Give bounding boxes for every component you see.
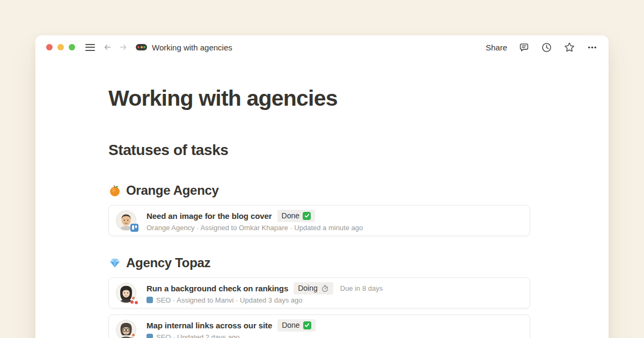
traffic-lights — [46, 44, 75, 50]
seo-tag-icon — [147, 297, 153, 303]
section-heading: Statuses of tasks — [108, 142, 540, 159]
dots-badge-icon — [130, 334, 140, 338]
status-pill[interactable]: Done — [277, 210, 315, 222]
stopwatch-icon — [321, 284, 329, 292]
task-meta: SEO · Assigned to Manvi · Updated 3 days… — [147, 296, 383, 304]
forward-arrow-icon[interactable] — [119, 42, 128, 52]
tangerine-emoji — [108, 184, 121, 197]
back-arrow-icon[interactable] — [103, 42, 112, 52]
board-badge-icon — [130, 224, 138, 232]
menu-icon[interactable] — [85, 44, 95, 51]
task-meta: SEO · Updated 2 days ago — [147, 333, 316, 338]
status-label: Done — [282, 211, 299, 220]
app-window: Working with agencies Share — [35, 35, 609, 338]
check-emoji — [303, 321, 311, 329]
star-icon[interactable] — [564, 41, 575, 53]
zoom-window-button[interactable] — [69, 44, 75, 50]
dots-badge-icon — [130, 297, 140, 305]
group-name: Orange Agency — [126, 183, 219, 198]
avatar-manvi — [116, 283, 136, 303]
status-pill[interactable]: Doing — [294, 282, 333, 295]
task-title: Map internal links across our site — [147, 321, 272, 330]
topbar: Working with agencies Share — [35, 35, 609, 59]
group-heading-agency-topaz: Agency Topaz — [108, 255, 540, 270]
clock-icon[interactable] — [541, 42, 552, 53]
horizontal-traffic-light-emoji — [136, 44, 147, 50]
status-label: Done — [282, 321, 299, 329]
task-title: Run a background check on rankings — [147, 284, 288, 293]
avatar-omkar — [116, 210, 136, 231]
comment-icon[interactable] — [518, 42, 530, 53]
check-emoji — [303, 212, 311, 220]
page-title: Working with agencies — [108, 86, 540, 111]
task-card[interactable]: Run a background check on rankings Doing… — [108, 277, 530, 308]
avatar-member — [116, 320, 136, 338]
group-heading-orange-agency: Orange Agency — [108, 183, 540, 198]
breadcrumb-page-title[interactable]: Working with agencies — [152, 43, 232, 52]
status-label: Doing — [298, 284, 318, 292]
task-card[interactable]: Need an image for the blog cover Done Or… — [108, 205, 530, 236]
gem-emoji — [108, 256, 121, 269]
seo-tag-icon — [147, 334, 153, 338]
status-pill[interactable]: Done — [277, 319, 315, 332]
ellipsis-icon[interactable] — [587, 42, 598, 53]
task-meta: Orange Agency · Assigned to Omkar Khapar… — [147, 224, 363, 232]
task-title: Need an image for the blog cover — [147, 211, 272, 221]
close-window-button[interactable] — [46, 44, 53, 50]
task-card[interactable]: Map internal links across our site Done … — [108, 314, 530, 338]
group-name: Agency Topaz — [126, 255, 210, 270]
share-button[interactable]: Share — [486, 43, 507, 52]
minimize-window-button[interactable] — [57, 44, 64, 50]
due-date: Due in 8 days — [340, 284, 383, 292]
